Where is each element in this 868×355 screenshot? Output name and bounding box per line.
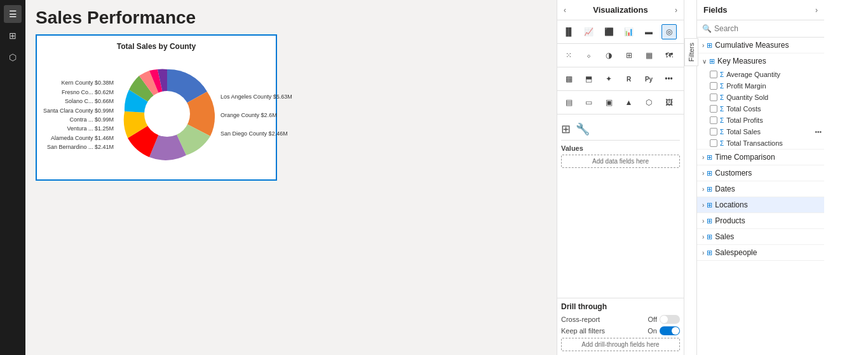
checkbox-total-costs[interactable] — [710, 105, 717, 113]
field-group-key-measures-header[interactable]: ∨ ⊞ Key Measures — [697, 53, 824, 69]
field-item-profit-margin[interactable]: Σ Profit Margin — [697, 80, 824, 92]
viz-build-area: ⊞ 🔧 Values Add data fields here — [557, 115, 684, 298]
chevron-right-customers-icon: › — [702, 170, 704, 177]
field-item-total-sales[interactable]: Σ Total Sales ••• — [697, 126, 824, 137]
cross-report-toggle[interactable] — [660, 315, 680, 324]
field-group-cumulative-measures-header[interactable]: › ⊞ Cumulative Measures — [697, 38, 824, 53]
fields-search-input[interactable] — [714, 24, 819, 33]
add-data-fields-box[interactable]: Add data fields here — [561, 155, 680, 168]
viz-map-icon[interactable]: 🗺 — [661, 48, 677, 63]
viz-scatter-icon[interactable]: ⁙ — [561, 48, 576, 63]
field-item-avg-qty[interactable]: Σ Average Quantity — [697, 69, 824, 80]
measure-icon-total-profits: Σ — [720, 117, 724, 124]
group-name-salespeople: Salespeople — [715, 248, 819, 257]
viz-pane-title: Visualizations — [593, 5, 648, 15]
viz-icons-grid-3: ▩ ⬒ ✦ R Py ••• — [557, 67, 684, 91]
measure-icon-avg-qty: Σ — [720, 71, 724, 78]
field-group-key-measures: ∨ ⊞ Key Measures Σ Average Quantity Σ Pr… — [697, 53, 824, 150]
drill-keep-filters-row: Keep all filters On — [561, 326, 680, 335]
label-santa-clara: Santa Clara County $0.99M — [43, 106, 114, 115]
chevron-right-time-icon: › — [702, 154, 704, 161]
label-contra: Contra ... $0.99M — [43, 115, 114, 124]
viz-line-icon[interactable]: 📈 — [581, 24, 597, 39]
viz-waterfall-icon[interactable]: ⬒ — [581, 71, 597, 87]
viz-card-icon[interactable]: ▭ — [581, 95, 597, 110]
measure-icon-profit-margin: Σ — [720, 83, 724, 90]
viz-bar-icon[interactable]: ▐▌ — [561, 24, 576, 39]
label-solano: Solano C... $0.66M — [43, 97, 114, 106]
field-group-products: › ⊞ Products — [697, 213, 824, 229]
sidebar-icon-model[interactable]: ⬡ — [4, 48, 22, 66]
filters-tab[interactable]: Filters — [684, 38, 698, 66]
field-group-dates-header[interactable]: › ⊞ Dates — [697, 181, 824, 197]
viz-donut-icon[interactable]: ◎ — [661, 24, 677, 39]
viz-stacked-icon[interactable]: ▬ — [641, 24, 656, 39]
viz-matrix-icon[interactable]: ▦ — [641, 48, 656, 63]
field-item-qty-sold[interactable]: Σ Quantity Sold — [697, 92, 824, 103]
checkbox-avg-qty[interactable] — [710, 71, 717, 78]
viz-treemap-icon[interactable]: ▩ — [561, 71, 576, 87]
main-canvas: Sales Performance Total Sales by County … — [25, 0, 557, 355]
viz-gauge-icon[interactable]: ◑ — [601, 48, 616, 63]
group-name-products: Products — [715, 216, 819, 225]
field-group-products-header[interactable]: › ⊞ Products — [697, 213, 824, 228]
group-name-time: Time Comparison — [715, 153, 819, 162]
checkbox-profit-margin[interactable] — [710, 82, 717, 90]
group-name-customers: Customers — [715, 169, 819, 178]
cross-report-toggle-thumb — [660, 316, 668, 323]
sidebar-icon-report[interactable]: ☰ — [4, 5, 22, 23]
cross-report-label: Cross-report — [561, 316, 600, 323]
viz-ai-icon[interactable]: ✦ — [601, 71, 616, 87]
chevron-right-salespeople-icon: › — [702, 249, 704, 256]
field-item-total-profits[interactable]: Σ Total Profits — [697, 115, 824, 126]
total-sales-options-icon[interactable]: ••• — [815, 129, 822, 136]
drill-title: Drill through — [561, 302, 680, 311]
field-group-customers: › ⊞ Customers — [697, 165, 824, 181]
viz-shape-icon[interactable]: ⬡ — [641, 95, 656, 110]
label-sandiego: San Diego County $2.46M — [220, 129, 292, 138]
checkbox-total-transactions[interactable] — [710, 139, 717, 147]
viz-collapse-arrow[interactable]: ‹ — [564, 6, 566, 15]
label-spacer2 — [220, 120, 292, 129]
viz-table-icon[interactable]: ⊞ — [621, 48, 637, 63]
checkbox-qty-sold[interactable] — [710, 94, 717, 101]
viz-image-icon[interactable]: 🖼 — [661, 95, 677, 110]
field-group-cumulative-measures: › ⊞ Cumulative Measures — [697, 38, 824, 53]
field-group-customers-header[interactable]: › ⊞ Customers — [697, 165, 824, 181]
viz-kpi-icon[interactable]: ▲ — [621, 95, 637, 110]
table-icon-locations: ⊞ — [707, 201, 712, 209]
fields-expand-arrow[interactable]: › — [815, 6, 818, 15]
viz-multirow-icon[interactable]: ▣ — [601, 95, 616, 110]
viz-column-icon[interactable]: 📊 — [621, 24, 637, 39]
sidebar-icon-data[interactable]: ⊞ — [4, 27, 22, 45]
keep-filters-toggle-thumb — [672, 327, 679, 335]
viz-area-icon[interactable]: ⬛ — [601, 24, 616, 39]
keep-filters-toggle[interactable] — [660, 326, 680, 335]
viz-r-icon[interactable]: R — [621, 71, 637, 87]
page-title: Sales Performance — [36, 8, 546, 28]
cross-report-toggle-container: Off — [648, 315, 680, 324]
checkbox-total-profits[interactable] — [710, 116, 717, 124]
viz-slicer-icon[interactable]: ▤ — [561, 95, 576, 110]
viz-pane: ‹ Visualizations › ▐▌ 📈 ⬛ 📊 ▬ ◎ ⁙ ⬦ ◑ ⊞ … — [557, 0, 684, 355]
viz-more-icon[interactable]: ••• — [661, 71, 677, 87]
viz-expand-arrow[interactable]: › — [675, 6, 677, 15]
fields-pane: Fields › 🔍 › ⊞ Cumulative Measures ∨ ⊞ — [697, 0, 824, 355]
keep-filters-toggle-label: On — [648, 327, 657, 335]
field-group-salespeople-header[interactable]: › ⊞ Salespeople — [697, 245, 824, 260]
field-group-time-comparison-header[interactable]: › ⊞ Time Comparison — [697, 150, 824, 165]
measure-icon-total-sales: Σ — [720, 129, 724, 136]
field-group-locations-header[interactable]: › ⊞ Locations — [697, 197, 824, 212]
checkbox-total-sales[interactable] — [710, 128, 717, 136]
viz-analytics-icon[interactable]: 🔧 — [576, 122, 590, 136]
viz-funnel-icon[interactable]: ⬦ — [581, 48, 597, 63]
add-drill-fields-box[interactable]: Add drill-through fields here — [561, 338, 680, 351]
field-group-sales-header[interactable]: › ⊞ Sales — [697, 229, 824, 244]
table-icon-salespeople: ⊞ — [707, 249, 712, 257]
viz-format-icon[interactable]: ⊞ — [561, 122, 571, 136]
table-icon-cumulative: ⊞ — [707, 41, 712, 50]
viz-py-icon[interactable]: Py — [641, 71, 656, 87]
field-item-total-transactions[interactable]: Σ Total Transactions — [697, 137, 824, 149]
chart-card[interactable]: Total Sales by County Kern County $0.38M… — [36, 34, 277, 181]
field-item-total-costs[interactable]: Σ Total Costs — [697, 103, 824, 115]
